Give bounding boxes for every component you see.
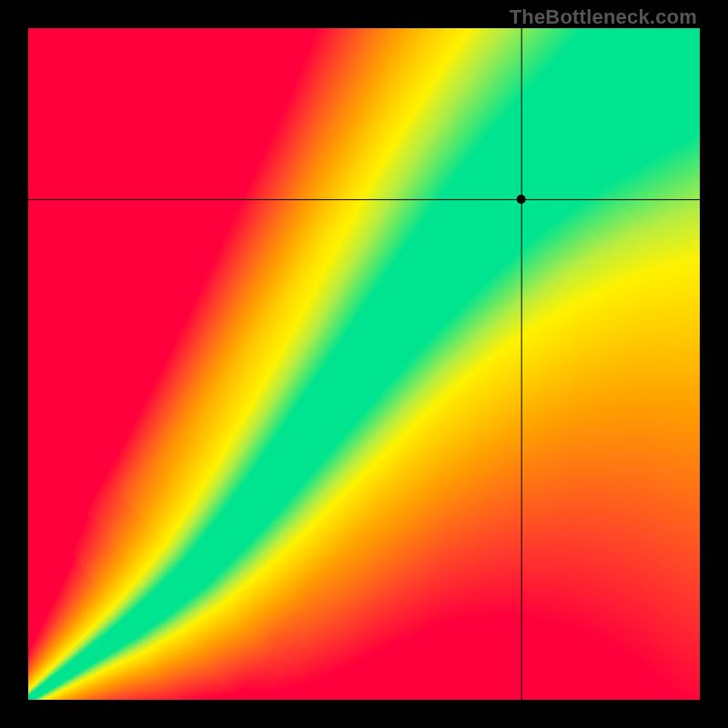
watermark-text: TheBottleneck.com xyxy=(510,5,697,29)
heatmap-plot xyxy=(28,28,700,700)
heatmap-canvas xyxy=(28,28,700,700)
